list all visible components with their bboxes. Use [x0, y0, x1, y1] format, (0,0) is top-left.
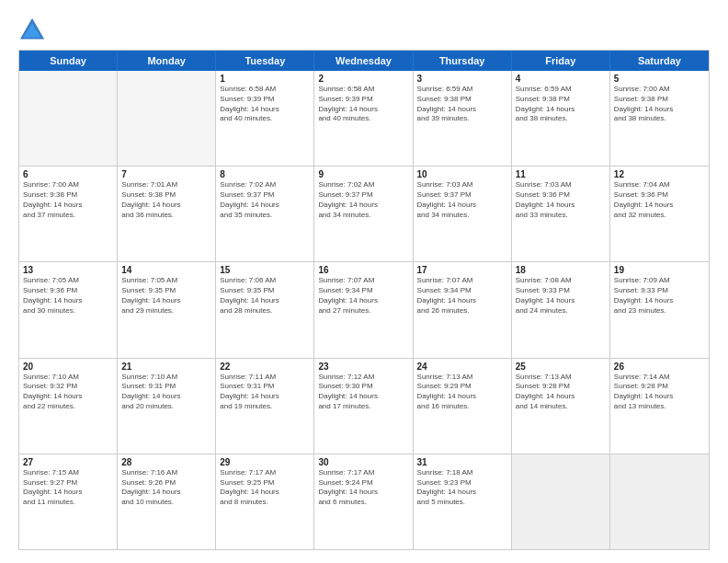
cell-info-line: Daylight: 14 hours: [121, 296, 211, 306]
cell-info-line: and 22 minutes.: [23, 402, 113, 412]
cell-info-line: and 38 minutes.: [516, 114, 606, 124]
day-number: 8: [220, 169, 310, 179]
cell-info-line: Sunrise: 7:11 AM: [220, 373, 310, 383]
calendar-cell-1-3: 1Sunrise: 6:58 AMSunset: 9:39 PMDaylight…: [216, 71, 314, 166]
cell-info-line: and 8 minutes.: [220, 498, 310, 508]
calendar-cell-3-6: 18Sunrise: 7:08 AMSunset: 9:33 PMDayligh…: [512, 262, 610, 357]
calendar-row-2: 6Sunrise: 7:00 AMSunset: 9:38 PMDaylight…: [19, 166, 709, 261]
calendar-cell-2-4: 9Sunrise: 7:02 AMSunset: 9:37 PMDaylight…: [314, 167, 413, 261]
day-number: 12: [614, 169, 705, 179]
cell-info-line: Sunset: 9:36 PM: [614, 190, 705, 201]
weekday-header-saturday: Saturday: [610, 51, 709, 71]
cell-info-line: and 37 minutes.: [23, 211, 113, 221]
cell-info-line: Sunrise: 7:09 AM: [614, 276, 705, 286]
cell-info-line: Sunrise: 7:02 AM: [220, 180, 310, 190]
cell-info-line: Daylight: 14 hours: [23, 296, 113, 306]
cell-info-line: Sunrise: 7:08 AM: [516, 276, 606, 286]
cell-info-line: and 27 minutes.: [318, 306, 408, 316]
cell-info-line: Sunset: 9:37 PM: [417, 190, 507, 201]
cell-info-line: Sunrise: 7:07 AM: [318, 276, 408, 286]
cell-info-line: Daylight: 14 hours: [23, 201, 113, 211]
weekday-header-wednesday: Wednesday: [314, 51, 413, 71]
cell-info-line: and 35 minutes.: [220, 211, 310, 221]
cell-info-line: Sunset: 9:31 PM: [121, 382, 211, 392]
cell-info-line: and 39 minutes.: [417, 114, 507, 124]
cell-info-line: Sunset: 9:38 PM: [614, 95, 705, 105]
calendar-cell-2-5: 10Sunrise: 7:03 AMSunset: 9:37 PMDayligh…: [414, 167, 512, 261]
calendar-cell-4-3: 22Sunrise: 7:11 AMSunset: 9:31 PMDayligh…: [216, 359, 314, 454]
cell-info-line: Daylight: 14 hours: [220, 488, 310, 498]
calendar-cell-5-5: 31Sunrise: 7:18 AMSunset: 9:23 PMDayligh…: [414, 454, 512, 549]
calendar-cell-1-6: 4Sunrise: 6:59 AMSunset: 9:38 PMDaylight…: [512, 71, 610, 166]
day-number: 19: [614, 265, 705, 275]
cell-info-line: Sunset: 9:36 PM: [516, 190, 606, 201]
cell-info-line: and 26 minutes.: [417, 306, 507, 316]
day-number: 3: [417, 74, 507, 84]
cell-info-line: Daylight: 14 hours: [220, 392, 310, 402]
day-number: 10: [417, 169, 507, 179]
cell-info-line: and 36 minutes.: [121, 211, 211, 221]
cell-info-line: Sunset: 9:34 PM: [417, 286, 507, 296]
cell-info-line: and 34 minutes.: [417, 211, 507, 221]
cell-info-line: and 5 minutes.: [417, 498, 507, 508]
calendar-cell-2-3: 8Sunrise: 7:02 AMSunset: 9:37 PMDaylight…: [216, 167, 314, 261]
cell-info-line: Daylight: 14 hours: [417, 105, 507, 115]
day-number: 5: [614, 74, 705, 84]
day-number: 15: [220, 265, 310, 275]
weekday-header-tuesday: Tuesday: [216, 51, 314, 71]
cell-info-line: Daylight: 14 hours: [318, 392, 408, 402]
calendar-cell-4-5: 24Sunrise: 7:13 AMSunset: 9:29 PMDayligh…: [414, 359, 512, 454]
cell-info-line: and 6 minutes.: [318, 498, 408, 508]
day-number: 25: [516, 362, 606, 372]
cell-info-line: Sunrise: 7:17 AM: [318, 468, 408, 478]
cell-info-line: Daylight: 14 hours: [220, 296, 310, 306]
day-number: 18: [516, 265, 606, 275]
cell-info-line: Sunrise: 7:13 AM: [516, 373, 606, 383]
calendar-cell-4-6: 25Sunrise: 7:13 AMSunset: 9:28 PMDayligh…: [512, 359, 610, 454]
calendar-cell-3-5: 17Sunrise: 7:07 AMSunset: 9:34 PMDayligh…: [414, 262, 512, 357]
cell-info-line: Daylight: 14 hours: [417, 392, 507, 402]
cell-info-line: Sunrise: 7:03 AM: [516, 180, 606, 190]
cell-info-line: Sunrise: 6:59 AM: [417, 85, 507, 95]
cell-info-line: and 40 minutes.: [220, 114, 310, 124]
day-number: 1: [220, 74, 310, 84]
cell-info-line: Sunrise: 7:17 AM: [220, 468, 310, 478]
cell-info-line: and 17 minutes.: [318, 402, 408, 412]
cell-info-line: Sunset: 9:39 PM: [220, 95, 310, 105]
calendar-cell-5-4: 30Sunrise: 7:17 AMSunset: 9:24 PMDayligh…: [314, 454, 413, 549]
cell-info-line: Daylight: 14 hours: [318, 296, 408, 306]
cell-info-line: Sunrise: 7:13 AM: [417, 373, 507, 383]
day-number: 17: [417, 265, 507, 275]
calendar-cell-3-2: 14Sunrise: 7:05 AMSunset: 9:35 PMDayligh…: [118, 262, 216, 357]
cell-info-line: Sunset: 9:30 PM: [318, 382, 408, 392]
cell-info-line: Daylight: 14 hours: [121, 488, 211, 498]
calendar-cell-1-4: 2Sunrise: 6:58 AMSunset: 9:39 PMDaylight…: [314, 71, 413, 166]
cell-info-line: and 29 minutes.: [121, 306, 211, 316]
cell-info-line: Sunset: 9:33 PM: [516, 286, 606, 296]
cell-info-line: Sunrise: 7:07 AM: [417, 276, 507, 286]
calendar-cell-2-2: 7Sunrise: 7:01 AMSunset: 9:38 PMDaylight…: [118, 167, 216, 261]
cell-info-line: Sunset: 9:24 PM: [318, 478, 408, 488]
cell-info-line: and 28 minutes.: [220, 306, 310, 316]
cell-info-line: Sunrise: 7:02 AM: [318, 180, 408, 190]
cell-info-line: Sunrise: 7:18 AM: [417, 468, 507, 478]
cell-info-line: Sunrise: 7:03 AM: [417, 180, 507, 190]
calendar: SundayMondayTuesdayWednesdayThursdayFrid…: [18, 50, 710, 550]
cell-info-line: Daylight: 14 hours: [318, 105, 408, 115]
calendar-cell-5-7: [610, 454, 709, 549]
calendar-cell-1-7: 5Sunrise: 7:00 AMSunset: 9:38 PMDaylight…: [610, 71, 709, 166]
cell-info-line: Sunrise: 7:01 AM: [121, 180, 211, 190]
calendar-cell-2-6: 11Sunrise: 7:03 AMSunset: 9:36 PMDayligh…: [512, 167, 610, 261]
calendar-body: 1Sunrise: 6:58 AMSunset: 9:39 PMDaylight…: [19, 71, 709, 549]
calendar-cell-3-4: 16Sunrise: 7:07 AMSunset: 9:34 PMDayligh…: [314, 262, 413, 357]
calendar-cell-1-1: [19, 71, 118, 166]
calendar-cell-4-7: 26Sunrise: 7:14 AMSunset: 9:28 PMDayligh…: [610, 359, 709, 454]
cell-info-line: Sunset: 9:23 PM: [417, 478, 507, 488]
calendar-cell-1-2: [118, 71, 216, 166]
logo-icon: [18, 17, 46, 42]
cell-info-line: and 34 minutes.: [318, 211, 408, 221]
day-number: 22: [220, 362, 310, 372]
cell-info-line: and 19 minutes.: [220, 402, 310, 412]
cell-info-line: Sunset: 9:35 PM: [220, 286, 310, 296]
cell-info-line: and 32 minutes.: [614, 211, 705, 221]
